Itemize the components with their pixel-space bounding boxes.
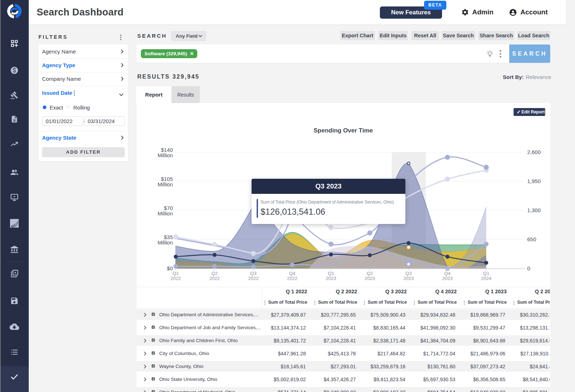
- svg-text:650: 650: [527, 236, 536, 242]
- svg-text:2022: 2022: [210, 276, 220, 281]
- svg-text:Q4: Q4: [444, 271, 450, 276]
- svg-text:2023: 2023: [442, 276, 453, 281]
- svg-text:Q3: Q3: [250, 271, 256, 276]
- svg-text:2024: 2024: [481, 276, 492, 281]
- svg-text:Million: Million: [157, 152, 173, 158]
- svg-text:2022: 2022: [171, 276, 181, 281]
- svg-text:Million: Million: [157, 210, 173, 216]
- svg-text:0: 0: [527, 265, 530, 271]
- svg-text:2023: 2023: [365, 276, 375, 281]
- svg-text:2022: 2022: [248, 276, 259, 281]
- svg-text:Q1: Q1: [172, 271, 179, 276]
- svg-text:Q3: Q3: [405, 271, 411, 276]
- svg-text:$0: $0: [167, 265, 173, 271]
- svg-text:Q1: Q1: [328, 271, 334, 276]
- svg-text:Q2: Q2: [211, 271, 217, 276]
- svg-text:Million: Million: [157, 239, 173, 246]
- svg-text:Q4: Q4: [289, 271, 295, 276]
- svg-text:1,300: 1,300: [527, 207, 541, 213]
- svg-text:2,600: 2,600: [527, 149, 541, 155]
- svg-text:2023: 2023: [326, 276, 336, 281]
- svg-text:Q2: Q2: [367, 271, 373, 276]
- svg-text:2022: 2022: [287, 276, 298, 281]
- svg-text:1,950: 1,950: [527, 178, 541, 184]
- svg-text:2023: 2023: [404, 276, 414, 281]
- svg-text:Million: Million: [157, 181, 173, 187]
- svg-text:Q1: Q1: [483, 271, 489, 276]
